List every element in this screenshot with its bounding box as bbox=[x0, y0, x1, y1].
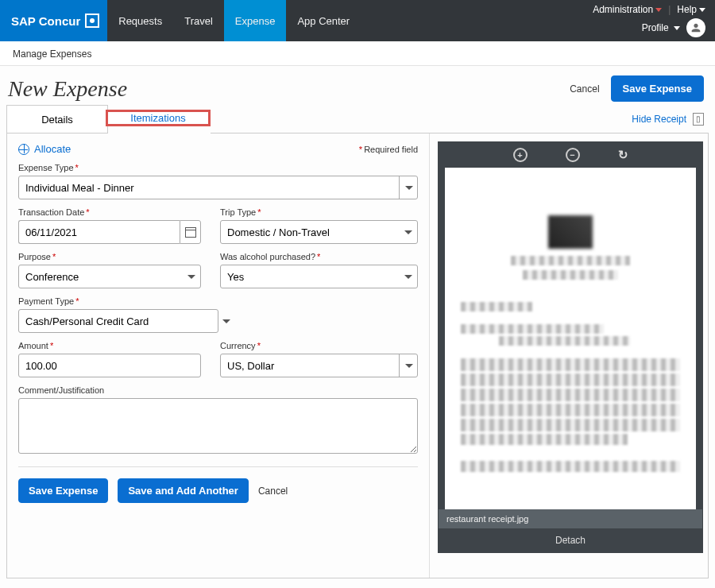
amount-label: Amount* bbox=[18, 341, 201, 350]
sub-nav-bar: Manage Expenses bbox=[0, 41, 715, 66]
payment-type-label: Payment Type* bbox=[18, 296, 218, 306]
alcohol-field[interactable] bbox=[220, 265, 418, 288]
primary-nav: Requests Travel Expense App Center bbox=[107, 0, 361, 41]
profile-link[interactable]: Profile bbox=[642, 22, 680, 33]
receipt-toolbar: + − ↻ bbox=[439, 142, 702, 168]
amount-field[interactable] bbox=[18, 354, 201, 377]
expense-type-label: Expense Type* bbox=[18, 163, 418, 172]
calendar-icon bbox=[185, 227, 196, 238]
hide-receipt-link[interactable]: Hide Receipt bbox=[632, 114, 686, 125]
separator: | bbox=[668, 4, 671, 15]
receipt-image[interactable] bbox=[445, 168, 696, 509]
trip-type-label: Trip Type* bbox=[220, 207, 418, 217]
collapse-panel-icon[interactable]: ▯ bbox=[693, 113, 704, 126]
nav-travel[interactable]: Travel bbox=[173, 0, 224, 41]
manage-expenses-link[interactable]: Manage Expenses bbox=[13, 48, 91, 60]
nav-app-center[interactable]: App Center bbox=[286, 0, 361, 41]
page-title: New Expense bbox=[8, 76, 127, 102]
cancel-link-top[interactable]: Cancel bbox=[570, 83, 599, 95]
administration-link[interactable]: Administration bbox=[593, 4, 662, 15]
zoom-in-icon[interactable]: + bbox=[513, 148, 528, 162]
trip-type-field[interactable] bbox=[220, 220, 418, 244]
rotate-icon[interactable]: ↻ bbox=[618, 148, 628, 162]
transaction-date-field[interactable] bbox=[18, 220, 180, 244]
tabs-row: Details Itemizations Hide Receipt ▯ bbox=[6, 105, 709, 133]
tab-itemizations-highlight: Itemizations bbox=[106, 110, 211, 126]
save-and-add-another-button[interactable]: Save and Add Another bbox=[118, 478, 248, 503]
currency-field[interactable] bbox=[220, 354, 418, 377]
top-nav-bar: SAP Concur Requests Travel Expense App C… bbox=[0, 0, 715, 41]
receipt-panel: + − ↻ bbox=[430, 133, 708, 578]
comment-label: Comment/Justification bbox=[18, 385, 418, 395]
calendar-button[interactable] bbox=[180, 220, 201, 244]
chevron-down-icon bbox=[699, 8, 705, 12]
save-expense-button[interactable]: Save Expense bbox=[18, 478, 108, 503]
allocate-icon bbox=[18, 144, 29, 155]
transaction-date-label: Transaction Date* bbox=[18, 207, 201, 217]
page-header: New Expense Cancel Save Expense bbox=[6, 72, 709, 102]
tab-details[interactable]: Details bbox=[7, 106, 107, 133]
payment-type-field[interactable] bbox=[18, 309, 218, 333]
expense-type-field[interactable] bbox=[18, 176, 418, 199]
receipt-filename: restaurant receipt.jpg bbox=[439, 509, 702, 528]
purpose-label: Purpose* bbox=[18, 252, 201, 261]
detach-button[interactable]: Detach bbox=[439, 528, 702, 552]
tab-itemizations[interactable]: Itemizations bbox=[108, 112, 208, 124]
zoom-out-icon[interactable]: − bbox=[566, 148, 580, 162]
brand-text: SAP Concur bbox=[11, 14, 80, 28]
allocate-link[interactable]: Allocate bbox=[18, 143, 71, 155]
nav-requests[interactable]: Requests bbox=[107, 0, 173, 41]
brand-logo-icon bbox=[85, 14, 99, 28]
currency-label: Currency* bbox=[220, 341, 418, 350]
purpose-field[interactable] bbox=[18, 265, 201, 288]
top-right-controls: Administration | Help Profile bbox=[593, 0, 715, 41]
comment-field[interactable] bbox=[18, 398, 418, 454]
brand[interactable]: SAP Concur bbox=[0, 0, 107, 41]
expense-form: Allocate *Required field Expense Type* T… bbox=[7, 133, 430, 578]
required-field-note: *Required field bbox=[359, 145, 418, 154]
nav-expense[interactable]: Expense bbox=[224, 0, 287, 41]
help-link[interactable]: Help bbox=[677, 4, 705, 15]
avatar-icon[interactable] bbox=[686, 18, 705, 37]
cancel-link-bottom[interactable]: Cancel bbox=[258, 485, 288, 497]
alcohol-label: Was alcohol purchased?* bbox=[220, 252, 418, 261]
save-expense-button-top[interactable]: Save Expense bbox=[611, 75, 704, 102]
chevron-down-icon bbox=[674, 26, 680, 30]
divider bbox=[18, 466, 418, 467]
chevron-down-icon bbox=[655, 8, 662, 12]
chevron-down-icon bbox=[217, 309, 236, 333]
